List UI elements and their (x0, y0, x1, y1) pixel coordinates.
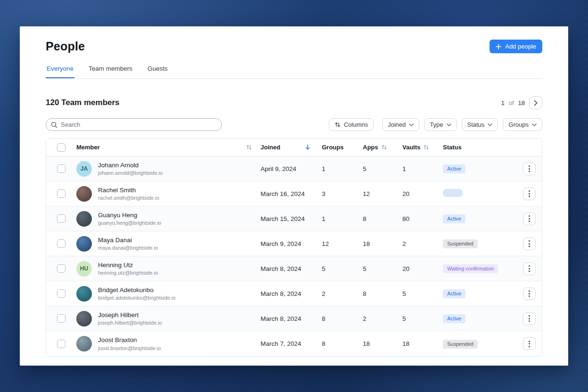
header-joined[interactable]: Joined (261, 144, 322, 151)
joined-cell: April 9, 2024 (261, 165, 322, 172)
status-badge: Active (443, 164, 466, 173)
search-icon (51, 122, 57, 128)
member-name: Joost Braxton (98, 336, 161, 344)
list-header: 120 Team members 1 of 18 (46, 96, 542, 109)
row-menu-button[interactable] (523, 287, 536, 300)
table-header-row: Member Joined Groups Apps Vaults Status (46, 139, 542, 156)
status-badge: Active (443, 314, 466, 323)
row-checkbox[interactable] (57, 314, 65, 323)
header-joined-label: Joined (261, 144, 280, 151)
header-groups-label: Groups (322, 144, 343, 151)
row-menu-button[interactable] (523, 188, 536, 200)
header-status-label: Status (443, 144, 462, 151)
avatar: HU (76, 261, 92, 277)
header-vaults[interactable]: Vaults (402, 144, 443, 151)
select-all-checkbox[interactable] (57, 143, 65, 152)
header-member[interactable]: Member (76, 144, 261, 151)
table-row[interactable]: JA Johann Arnold johann.arnold@brightsid… (46, 156, 542, 181)
header-groups[interactable]: Groups (322, 144, 363, 151)
tab-everyone[interactable]: Everyone (46, 65, 74, 78)
kebab-icon (529, 290, 530, 292)
page-total: 18 (518, 99, 525, 106)
member-cell: JA Johann Arnold johann.arnold@brightsid… (76, 161, 261, 177)
actions-cell (516, 312, 542, 325)
row-menu-button[interactable] (523, 337, 536, 350)
apps-cell: 5 (363, 165, 402, 172)
vaults-cell: 18 (402, 340, 443, 347)
row-checkbox-cell (46, 189, 76, 198)
status-cell: Suspended (443, 339, 516, 349)
filter-joined[interactable]: Joined (382, 118, 419, 131)
member-identity: Henning Utz henning.utz@brightside.io (98, 261, 158, 276)
filter-status-label: Status (467, 121, 485, 128)
row-checkbox-cell (46, 239, 76, 248)
sort-desc-icon (305, 144, 310, 150)
status-cell: Active (443, 164, 516, 173)
header-member-label: Member (76, 144, 100, 151)
table-row[interactable]: HU Henning Utz henning.utz@brightside.io… (46, 256, 542, 281)
avatar: JA (76, 161, 92, 177)
header-apps[interactable]: Apps (363, 144, 402, 151)
table-row[interactable]: Joseph Hilbert joseph.hilbert@brightside… (46, 306, 542, 331)
next-page-button[interactable] (529, 96, 542, 109)
row-checkbox[interactable] (57, 214, 65, 223)
member-count-title: 120 Team members (46, 98, 120, 107)
avatar (76, 186, 92, 202)
avatar (76, 336, 92, 351)
joined-cell: March 7, 2024 (261, 340, 322, 347)
add-people-button[interactable]: Add people (490, 40, 542, 53)
chevron-down-icon (447, 123, 451, 126)
status-badge: Active (443, 289, 466, 298)
chevron-down-icon (488, 123, 492, 126)
columns-button[interactable]: Columns (329, 118, 374, 131)
member-cell: HU Henning Utz henning.utz@brightside.io (76, 261, 261, 277)
joined-cell: March 8, 2024 (261, 265, 322, 272)
member-cell: Joost Braxton joost.braxton@brightside.i… (76, 336, 261, 351)
joined-cell: March 8, 2024 (261, 290, 322, 297)
member-name: Guanyu Heng (98, 212, 161, 220)
row-menu-button[interactable] (523, 312, 536, 325)
vaults-cell: 20 (402, 190, 443, 197)
row-checkbox[interactable] (57, 189, 65, 198)
member-name: Joseph Hilbert (98, 311, 162, 319)
member-cell: Rachel Smith rachel.smith@brightside.io (76, 186, 261, 202)
apps-cell: 18 (363, 240, 402, 247)
member-identity: Maya Danai maya.danai@brightside.io (98, 237, 158, 251)
table-row[interactable]: Bridget Adetokunbo bridget.adetokunbo@br… (46, 281, 542, 306)
tab-guests[interactable]: Guests (147, 65, 169, 78)
status-badge: Active (443, 214, 466, 223)
table-row[interactable]: Joost Braxton joost.braxton@brightside.i… (46, 331, 542, 356)
filter-groups[interactable]: Groups (503, 118, 542, 131)
row-checkbox[interactable] (57, 289, 65, 298)
sort-both-icon (423, 144, 429, 150)
filter-status[interactable]: Status (462, 118, 498, 131)
status-badge: Waiting confirmation (443, 264, 498, 273)
groups-cell: 1 (322, 165, 363, 172)
tab-team-members[interactable]: Team members (88, 65, 133, 78)
row-checkbox[interactable] (57, 264, 65, 273)
member-email: rachel.smith@brightside.io (98, 195, 159, 201)
table-row[interactable]: Rachel Smith rachel.smith@brightside.io … (46, 181, 542, 206)
row-menu-button[interactable] (523, 212, 536, 225)
row-checkbox-cell (46, 340, 76, 348)
row-checkbox[interactable] (57, 340, 65, 348)
table-row[interactable]: Maya Danai maya.danai@brightside.io Marc… (46, 231, 542, 256)
avatar (76, 236, 92, 252)
kebab-icon (529, 215, 530, 217)
filter-type[interactable]: Type (424, 118, 457, 131)
groups-cell: 1 (322, 215, 363, 222)
row-checkbox-cell (46, 289, 76, 298)
search-input[interactable] (46, 118, 222, 131)
row-menu-button[interactable] (523, 262, 536, 275)
row-checkbox[interactable] (57, 164, 65, 173)
row-menu-button[interactable] (523, 237, 536, 250)
groups-cell: 2 (322, 290, 363, 297)
row-menu-button[interactable] (523, 163, 536, 175)
actions-cell (516, 188, 542, 200)
table-row[interactable]: Guanyu Heng guanyu.heng@brightside.io Ma… (46, 206, 542, 231)
status-cell: Waiting confirmation (443, 264, 516, 273)
kebab-icon (529, 341, 530, 342)
row-checkbox[interactable] (57, 239, 65, 248)
kebab-icon (529, 265, 530, 267)
joined-cell: March 15, 2024 (261, 215, 322, 222)
